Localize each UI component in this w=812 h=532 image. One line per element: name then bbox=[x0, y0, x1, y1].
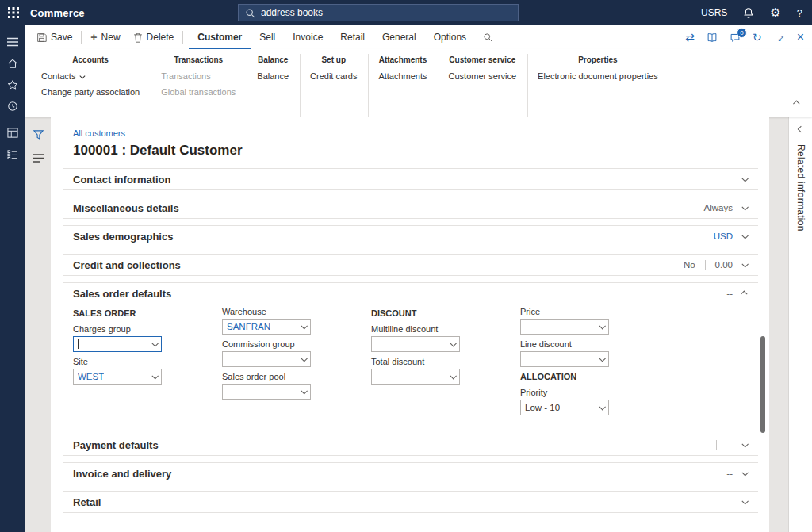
summary-value: USD bbox=[714, 232, 733, 241]
field-priority: Priority Low - 10 bbox=[520, 388, 669, 415]
field-label: Sales order pool bbox=[222, 372, 371, 381]
new-button[interactable]: + New bbox=[84, 25, 126, 49]
top-navigation-bar: Commerce USRS ⚙ ? bbox=[0, 0, 812, 25]
fasttab-header[interactable]: Miscellaneous details Always bbox=[63, 197, 758, 218]
fasttab-sales-order-defaults: Sales order defaults -- SALES ORDER Char… bbox=[63, 282, 758, 427]
resize-window-icon[interactable]: ↔ bbox=[774, 31, 785, 44]
global-search-box[interactable] bbox=[238, 4, 519, 21]
chevron-down-icon bbox=[741, 498, 748, 504]
ribbon-item-credit-cards[interactable]: Credit cards bbox=[310, 71, 357, 81]
tab-customer[interactable]: Customer bbox=[189, 25, 251, 49]
customer-detail-card: All customers 100001 : Default Customer … bbox=[51, 117, 769, 532]
notifications-bell-icon[interactable] bbox=[743, 7, 754, 18]
save-label: Save bbox=[51, 32, 72, 43]
field-multiline-discount: Multiline discount bbox=[371, 324, 520, 352]
fasttab-header[interactable]: Payment defaults -- -- bbox=[63, 434, 758, 455]
sales-order-pool-combobox[interactable] bbox=[222, 384, 311, 400]
user-account-button[interactable]: USRS bbox=[701, 7, 727, 18]
collapse-ribbon-chevron[interactable] bbox=[795, 94, 799, 109]
tab-general[interactable]: General bbox=[373, 25, 425, 49]
chevron-down-icon bbox=[450, 340, 456, 346]
switch-view-icon[interactable]: ⇄ bbox=[685, 31, 695, 44]
action-pane-right-icons: ⇄ 0 ↻ ↔ × bbox=[685, 30, 804, 44]
chevron-down-icon bbox=[741, 232, 748, 239]
pane-list-icon[interactable] bbox=[33, 154, 44, 163]
form-column-2: Warehouse SANFRAN Commission group bbox=[222, 307, 371, 420]
related-panel-title[interactable]: Related information bbox=[795, 144, 806, 232]
ribbon-item-balance[interactable]: Balance bbox=[257, 71, 289, 81]
fasttab-header[interactable]: Contact information bbox=[63, 169, 758, 189]
tab-sell[interactable]: Sell bbox=[251, 25, 284, 49]
refresh-icon[interactable]: ↻ bbox=[753, 31, 762, 44]
ribbon-group-customer-service: Customer service Customer service bbox=[439, 54, 529, 117]
global-search-input[interactable] bbox=[261, 7, 511, 18]
ribbon-item-contacts[interactable]: Contacts bbox=[41, 71, 140, 81]
ribbon-item-global-transactions: Global transactions bbox=[161, 87, 236, 97]
ribbon-item-change-party-association[interactable]: Change party association bbox=[41, 87, 140, 97]
menu-hamburger-icon[interactable] bbox=[0, 31, 25, 52]
breadcrumb-all-customers[interactable]: All customers bbox=[73, 128, 125, 138]
field-label: Priority bbox=[520, 388, 669, 397]
tab-invoice[interactable]: Invoice bbox=[284, 25, 331, 49]
ribbon-item-electronic-document-properties[interactable]: Electronic document properties bbox=[538, 71, 658, 81]
action-pane-bar: Save + New Delete Customer Sell Invoice … bbox=[25, 25, 812, 49]
fasttab-header[interactable]: Invoice and delivery -- bbox=[63, 463, 758, 484]
delete-label: Delete bbox=[147, 32, 174, 43]
warehouse-combobox[interactable]: SANFRAN bbox=[222, 319, 311, 335]
filter-funnel-icon[interactable] bbox=[33, 128, 44, 140]
ribbon-group-title: Set up bbox=[310, 55, 357, 64]
line-discount-combobox[interactable] bbox=[520, 351, 609, 367]
field-site: Site WEST bbox=[73, 357, 222, 385]
favorites-star-icon[interactable] bbox=[0, 74, 25, 95]
charges-group-combobox[interactable] bbox=[73, 336, 162, 352]
commission-group-combobox[interactable] bbox=[222, 351, 311, 367]
app-launcher-icon[interactable] bbox=[0, 0, 27, 25]
settings-gear-icon[interactable]: ⚙ bbox=[770, 6, 780, 20]
chevron-up-icon bbox=[741, 290, 747, 297]
recent-clock-icon[interactable] bbox=[0, 95, 25, 117]
summary-value: -- bbox=[726, 289, 733, 298]
modules-list-icon[interactable] bbox=[0, 144, 25, 165]
field-price: Price bbox=[520, 307, 669, 335]
fasttab-header[interactable]: Sales order defaults -- bbox=[63, 283, 758, 304]
site-combobox[interactable]: WEST bbox=[73, 369, 162, 385]
vertical-scrollbar-thumb[interactable] bbox=[760, 336, 765, 433]
chevron-down-icon bbox=[301, 355, 307, 362]
divider bbox=[716, 440, 717, 450]
field-label: Multiline discount bbox=[371, 324, 520, 334]
chevron-down-icon bbox=[599, 355, 605, 362]
fasttab-header[interactable]: Sales demographics USD bbox=[63, 226, 758, 247]
priority-combobox[interactable]: Low - 10 bbox=[520, 400, 609, 415]
tab-retail[interactable]: Retail bbox=[331, 25, 373, 49]
total-discount-combobox[interactable] bbox=[371, 369, 460, 385]
messages-chat-icon[interactable]: 0 bbox=[730, 33, 741, 43]
field-label: Site bbox=[73, 357, 222, 366]
action-pane-ribbon: Accounts Contacts Change party associati… bbox=[25, 49, 812, 117]
trash-icon bbox=[133, 33, 143, 43]
save-button[interactable]: Save bbox=[30, 25, 79, 49]
ribbon-group-properties: Properties Electronic document propertie… bbox=[528, 54, 669, 117]
workspaces-icon[interactable] bbox=[0, 122, 25, 144]
find-search-icon[interactable] bbox=[475, 33, 500, 42]
tab-options[interactable]: Options bbox=[425, 25, 475, 49]
message-count-badge: 0 bbox=[737, 28, 747, 38]
expand-panel-chevron[interactable] bbox=[797, 126, 803, 132]
price-combobox[interactable] bbox=[520, 319, 609, 335]
home-icon[interactable] bbox=[0, 52, 25, 74]
chevron-down-icon bbox=[599, 404, 605, 410]
field-line-discount: Line discount bbox=[520, 339, 669, 367]
fasttab-credit-and-collections: Credit and collections No 0.00 bbox=[63, 254, 758, 276]
fasttab-miscellaneous-details: Miscellaneous details Always bbox=[63, 197, 758, 219]
ribbon-item-attachments[interactable]: Attachments bbox=[378, 71, 427, 81]
close-icon[interactable]: × bbox=[797, 30, 804, 44]
chevron-down-icon bbox=[301, 323, 307, 329]
fasttab-header[interactable]: Retail bbox=[63, 492, 758, 512]
multiline-discount-combobox[interactable] bbox=[371, 336, 460, 352]
ribbon-group-title: Transactions bbox=[161, 55, 236, 64]
delete-button[interactable]: Delete bbox=[127, 25, 181, 49]
fasttab-header[interactable]: Credit and collections No 0.00 bbox=[63, 255, 758, 275]
task-guide-book-icon[interactable] bbox=[707, 33, 718, 43]
ribbon-item-customer-service[interactable]: Customer service bbox=[449, 71, 517, 81]
help-icon[interactable]: ? bbox=[797, 7, 802, 19]
app-title[interactable]: Commerce bbox=[30, 7, 85, 19]
